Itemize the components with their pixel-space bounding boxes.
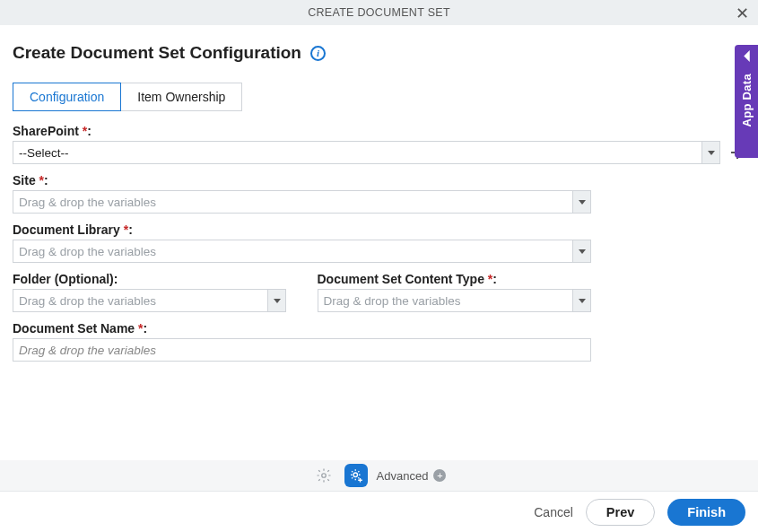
required-marker: * bbox=[83, 124, 87, 138]
document-library-placeholder: Drag & drop the variables bbox=[13, 245, 572, 258]
page-title: Create Document Set Configuration bbox=[13, 43, 301, 63]
svg-point-1 bbox=[353, 473, 358, 477]
sharepoint-select-value: --Select-- bbox=[13, 146, 701, 160]
advanced-label: Advanced bbox=[377, 469, 429, 483]
ds-name-input[interactable]: Drag & drop the variables bbox=[13, 338, 591, 362]
site-placeholder: Drag & drop the variables bbox=[13, 196, 572, 209]
finish-button[interactable]: Finish bbox=[667, 499, 745, 526]
sharepoint-select[interactable]: --Select-- bbox=[13, 141, 720, 164]
label-content-type: Document Set Content Type *: bbox=[318, 272, 592, 286]
config-form: SharePoint *: --Select-- Site *: Drag & … bbox=[0, 111, 758, 362]
tabs: Configuration Item Ownership bbox=[0, 63, 758, 111]
field-content-type: Document Set Content Type *: Drag & drop… bbox=[318, 272, 592, 312]
required-marker: * bbox=[39, 173, 44, 188]
chevron-down-icon[interactable] bbox=[572, 191, 590, 213]
page-heading: Create Document Set Configuration i bbox=[0, 25, 758, 63]
tab-item-ownership[interactable]: Item Ownership bbox=[120, 83, 242, 111]
title-bar: CREATE DOCUMENT SET ✕ bbox=[0, 0, 758, 25]
title-bar-title: CREATE DOCUMENT SET bbox=[308, 6, 450, 19]
tab-configuration[interactable]: Configuration bbox=[13, 83, 121, 111]
close-icon[interactable]: ✕ bbox=[736, 4, 749, 23]
chevron-down-icon[interactable] bbox=[572, 290, 590, 311]
folder-placeholder: Drag & drop the variables bbox=[13, 294, 267, 308]
label-ds-name: Document Set Name *: bbox=[13, 321, 745, 336]
gear-icon[interactable] bbox=[312, 464, 335, 487]
label-sharepoint: SharePoint *: bbox=[13, 124, 745, 138]
field-site: Site *: Drag & drop the variables bbox=[13, 173, 745, 214]
info-icon[interactable]: i bbox=[310, 46, 326, 61]
folder-input[interactable]: Drag & drop the variables bbox=[13, 289, 286, 312]
chevron-down-icon[interactable] bbox=[701, 142, 719, 163]
gear-plus-icon[interactable] bbox=[344, 464, 368, 487]
field-document-library: Document Library *: Drag & drop the vari… bbox=[13, 222, 745, 263]
app-data-drawer[interactable]: App Data bbox=[735, 45, 758, 158]
chevron-down-icon[interactable] bbox=[572, 240, 590, 262]
required-marker: * bbox=[124, 222, 128, 237]
label-folder: Folder (Optional): bbox=[13, 272, 287, 286]
drawer-label: App Data bbox=[740, 74, 754, 126]
chevron-left-icon bbox=[743, 50, 751, 65]
row-folder-contenttype: Folder (Optional): Drag & drop the varia… bbox=[13, 272, 591, 321]
plus-circle-icon: + bbox=[433, 469, 446, 482]
footer-buttons: Cancel Prev Finish bbox=[0, 491, 758, 532]
label-site: Site *: bbox=[13, 173, 745, 188]
advanced-toggle[interactable]: Advanced + bbox=[377, 469, 447, 483]
document-library-input[interactable]: Drag & drop the variables bbox=[13, 240, 591, 263]
footer-toolbar: Advanced + bbox=[0, 460, 758, 491]
prev-button[interactable]: Prev bbox=[586, 499, 655, 526]
cancel-button[interactable]: Cancel bbox=[534, 505, 573, 519]
site-input[interactable]: Drag & drop the variables bbox=[13, 190, 591, 214]
field-sharepoint: SharePoint *: --Select-- bbox=[13, 124, 745, 164]
required-marker: * bbox=[488, 272, 492, 286]
content-type-placeholder: Drag & drop the variables bbox=[318, 294, 573, 308]
field-ds-name: Document Set Name *: Drag & drop the var… bbox=[13, 321, 745, 362]
field-folder: Folder (Optional): Drag & drop the varia… bbox=[13, 272, 287, 312]
ds-name-placeholder: Drag & drop the variables bbox=[13, 344, 590, 357]
svg-point-0 bbox=[321, 474, 326, 478]
required-marker: * bbox=[138, 321, 143, 336]
chevron-down-icon[interactable] bbox=[267, 290, 285, 311]
content-type-input[interactable]: Drag & drop the variables bbox=[318, 289, 592, 312]
label-document-library: Document Library *: bbox=[13, 222, 745, 237]
